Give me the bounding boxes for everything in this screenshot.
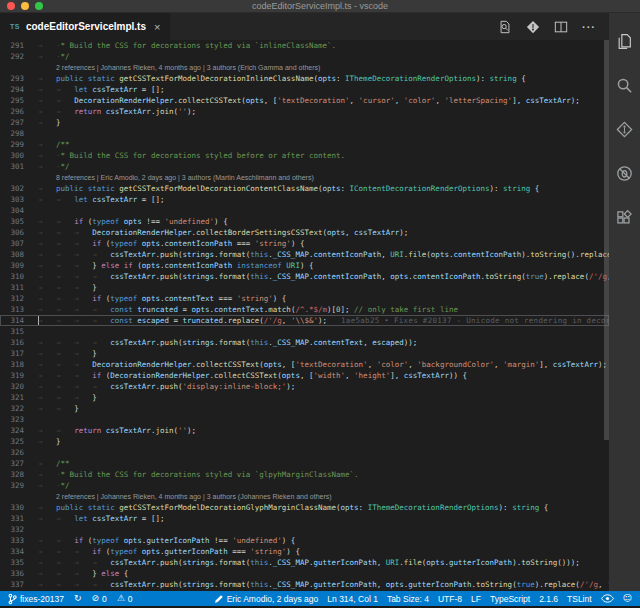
activitybar-debug[interactable] [609,151,640,195]
codelens-row[interactable]: 2 references | Johannes Rieken, 4 months… [0,62,609,73]
code-line[interactable]: 317→ → → } [0,348,609,359]
code-line[interactable]: 297→ } [0,117,609,128]
code-line[interactable]: 295→ → DecorationRenderHelper.collectCSS… [0,95,609,106]
code-line[interactable]: 305→ → if (typeof opts !== 'undefined') … [0,216,609,227]
code-line[interactable]: 298 [0,128,609,139]
tab-whitespace-marker: → [74,371,92,380]
codelens-text[interactable]: 8 references | Eric Amodio, 2 days ago |… [42,172,314,183]
status-feedback[interactable]: ☺ [623,594,632,603]
code-line[interactable]: 328→ ·* Build the CSS for decorations st… [0,469,609,480]
code-line[interactable]: 293→ public static getCSSTextForModelDec… [0,73,609,84]
code-line[interactable]: 299→ /** [0,139,609,150]
status-encoding[interactable]: UTF-8 [438,594,462,604]
code-line[interactable]: 308→ → → → cssTextArr.push(strings.forma… [0,249,609,260]
open-preview-button[interactable] [497,19,513,35]
code-line[interactable]: 332 [0,524,609,535]
tab-whitespace-marker: → [74,349,92,358]
code-line[interactable]: 307→ → → if (typeof opts.contentIconPath… [0,238,609,249]
code-line[interactable]: 330→ public static getCSSTextForModelDec… [0,502,609,513]
status-gitlens-toggle[interactable] [601,594,614,603]
code-line[interactable]: 312→ → → if (typeof opts.contentText ===… [0,293,609,304]
gitlens-compare-button[interactable] [525,19,541,35]
code-line[interactable]: 314→ → → → const escaped = truncated.rep… [0,315,609,326]
codelens-row[interactable]: 8 references | Eric Amodio, 2 days ago |… [0,172,609,183]
activitybar-search[interactable] [609,63,640,107]
split-editor-button[interactable] [553,19,569,35]
tab-close-icon[interactable]: × [154,22,160,32]
code-line[interactable]: 303→ → let cssTextArr = []; [0,194,609,205]
editor-scrollbar[interactable] [603,40,609,591]
tab-whitespace-marker: → [56,514,74,523]
codelens-text[interactable]: 2 references | Johannes Rieken, 4 months… [42,62,320,73]
tab-whitespace-marker: → [74,305,92,314]
more-actions-button[interactable]: ··· [581,19,597,35]
activitybar-source-control[interactable] [609,107,640,151]
code-line[interactable]: 311→ → → } [0,282,609,293]
tab-whitespace-marker: → [38,107,56,116]
code-line[interactable]: 292→ ·*/ [0,51,609,62]
code-line[interactable]: 302→ public static getCSSTextForModelDec… [0,183,609,194]
code-line[interactable]: 315 [0,326,609,337]
code-line[interactable]: 337→ → → → cssTextArr.push(strings.forma… [0,579,609,590]
code-line[interactable]: 294→ → let cssTextArr = []; [0,84,609,95]
tab-codeeditorserviceimpl[interactable]: TS codeEditorServiceImpl.ts × [0,13,170,40]
tab-whitespace-marker: → [56,382,74,391]
close-window-button[interactable] [7,2,15,10]
code-line[interactable]: 335→ → → → cssTextArr.push(strings.forma… [0,557,609,568]
code-line[interactable]: 291→ ·* Build the CSS for decorations st… [0,40,609,51]
code-line[interactable]: 296→ → return cssTextArr.join(''); [0,106,609,117]
codelens-text[interactable]: 2 references | Johannes Rieken, 4 months… [42,491,332,502]
activitybar-extensions[interactable] [609,195,640,239]
code-text: → → → } [24,282,97,293]
code-line[interactable]: 323 [0,414,609,425]
search-icon [616,77,633,94]
status-sync[interactable]: ↻ [74,594,82,603]
code-line[interactable]: 300→ ·* Build the CSS for decorations st… [0,150,609,161]
zoom-window-button[interactable] [35,2,43,10]
code-line[interactable]: 327→ /** [0,458,609,469]
status-language-mode[interactable]: TypeScript [490,594,530,604]
line-number: 311 [0,282,24,293]
code-line[interactable]: 325→ } [0,436,609,447]
code-line[interactable]: 322→ → } [0,403,609,414]
code-line[interactable]: 326 [0,447,609,458]
status-eol[interactable]: LF [471,594,481,604]
status-gitlens-blame[interactable]: Eric Amodio, 2 days ago [214,594,319,604]
code-line[interactable]: 319→ → → if (DecorationRenderHelper.coll… [0,370,609,381]
status-cursor-position[interactable]: Ln 314, Col 1 [327,594,378,604]
code-line[interactable]: 301→ ·*/ [0,161,609,172]
eol-label: LF [471,594,481,604]
code-line[interactable]: 316→ → → → cssTextArr.push(strings.forma… [0,337,609,348]
code-line[interactable]: 321→ → → } [0,392,609,403]
tab-whitespace-marker: → [56,239,74,248]
code-line[interactable]: 331→ → let cssTextArr = []; [0,513,609,524]
code-line[interactable]: 318→ → → DecorationRenderHelper.collectC… [0,359,609,370]
code-line[interactable]: 324→ → return cssTextArr.join(''); [0,425,609,436]
status-errors[interactable]: ⊘0 [92,594,107,604]
code-line[interactable]: 334→ → → if (typeof opts.gutterIconPath … [0,546,609,557]
code-line[interactable]: 309→ → → } else if (opts.contentIconPath… [0,260,609,271]
code-line[interactable]: 310→ → → → cssTextArr.push(strings.forma… [0,271,609,282]
code-line[interactable]: 304 [0,205,609,216]
code-line[interactable]: 320→ → → → cssTextArr.push('display:inli… [0,381,609,392]
codelens-row[interactable]: 2 references | Johannes Rieken, 4 months… [0,491,609,502]
code-line[interactable]: 313→ → → → const truncated = opts.conten… [0,304,609,315]
activitybar-explorer[interactable] [609,19,640,63]
status-typescript-version[interactable]: 2.1.6 [539,594,558,604]
status-tslint[interactable]: TSLint [567,594,592,604]
status-git-branch[interactable]: fixes-20137 [8,593,64,605]
code-editor[interactable]: 291→ ·* Build the CSS for decorations st… [0,40,609,591]
code-line[interactable]: 336→ → → } else { [0,568,609,579]
minimize-window-button[interactable] [21,2,29,10]
status-indentation[interactable]: Tab Size: 4 [387,594,429,604]
tab-whitespace-marker: → [92,580,110,589]
code-line[interactable]: 306→ → → DecorationRenderHelper.collectB… [0,227,609,238]
code-line[interactable]: 329→ ·*/ [0,480,609,491]
scrollbar-handle[interactable] [604,40,609,440]
tab-whitespace-marker: → [74,580,92,589]
code-line[interactable]: 333→ → if (typeof opts.gutterIconPath !=… [0,535,609,546]
git-compare-icon [526,20,540,34]
code-text: → → let cssTextArr = []; [24,194,164,205]
tab-whitespace-marker: → [92,272,110,281]
status-warnings[interactable]: ⚠0 [117,594,133,604]
